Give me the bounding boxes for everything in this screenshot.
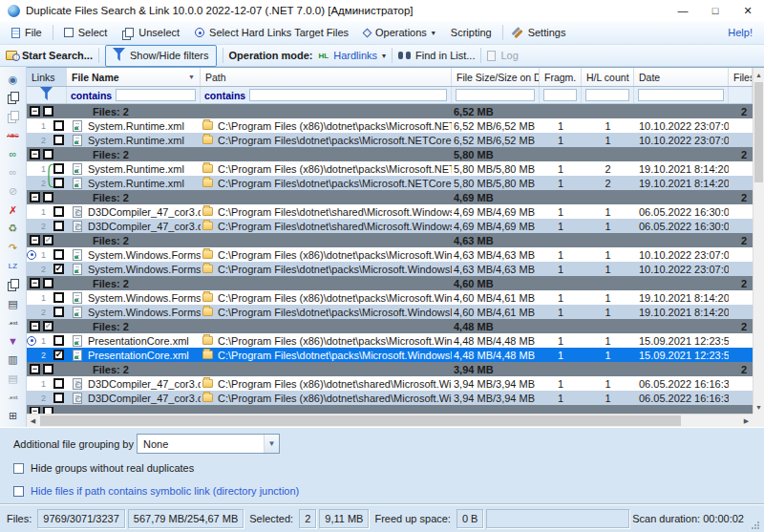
select-copies-icon[interactable] <box>5 91 22 106</box>
file-row[interactable]: 1D3DCompiler_47_cor3.dllC:\Program Files… <box>27 376 753 391</box>
filter-fragm-input[interactable] <box>543 89 577 101</box>
horizontal-scrollbar[interactable]: ◀ ▶ <box>27 414 753 427</box>
menu-scripting[interactable]: Scripting <box>443 25 499 40</box>
file-row[interactable]: 1System.Windows.Forms.xmlC:\Program File… <box>27 290 753 305</box>
column-header-links[interactable]: Links <box>27 68 67 86</box>
collapse-group-button[interactable]: − <box>30 407 40 414</box>
filter-purple-icon[interactable]: ▼ <box>5 333 22 349</box>
file-row[interactable]: 2System.Runtime.xmlC:\Program Files\dotn… <box>27 133 753 147</box>
file-checkbox[interactable] <box>53 120 64 131</box>
make-links-disabled-icon[interactable]: ∞ <box>5 165 22 181</box>
file-checkbox[interactable]: ✔ <box>53 264 64 274</box>
select-copies-disabled-icon[interactable] <box>5 109 22 124</box>
scroll-right-icon[interactable]: ▶ <box>740 415 753 427</box>
column-header-date[interactable]: Date <box>634 68 729 86</box>
group-checkbox[interactable] <box>43 106 53 117</box>
file-checkbox[interactable] <box>53 378 64 389</box>
horizontal-scroll-thumb[interactable] <box>40 415 681 426</box>
vertical-scroll-thumb[interactable] <box>754 82 763 182</box>
break-links-disabled-icon[interactable]: ⊘ <box>5 184 22 200</box>
filter-path-input[interactable] <box>249 89 447 101</box>
scroll-up-icon[interactable]: ▲ <box>753 68 764 81</box>
file-row[interactable]: 2D3DCompiler_47_cor3.dllC:\Program Files… <box>27 391 753 405</box>
group-checkbox[interactable] <box>43 407 53 414</box>
recycle-bin-icon[interactable]: ♻ <box>5 222 22 237</box>
file-checkbox[interactable] <box>53 393 64 403</box>
collapse-group-button[interactable]: − <box>30 192 40 202</box>
file-checkbox[interactable]: ✔ <box>53 350 64 360</box>
menu-select-hard-links-target-files[interactable]: Select Hard Links Target Files <box>187 25 356 40</box>
menu-operations[interactable]: Operations▾ <box>356 25 443 40</box>
group-row[interactable]: − <box>27 405 753 414</box>
collapse-group-button[interactable]: − <box>30 278 40 288</box>
hide-symlink-checkbox[interactable]: Hide files if path contains symbolic lin… <box>13 485 299 497</box>
close-button[interactable]: ✕ <box>732 0 764 21</box>
column-header-fragm[interactable]: Fragm. <box>540 68 582 86</box>
collapse-group-button[interactable]: − <box>30 106 40 117</box>
operation-mode-dropdown[interactable]: HL Hardlinks ▾ <box>319 50 387 61</box>
checkbox-box[interactable] <box>13 486 24 497</box>
file-checkbox[interactable] <box>53 335 64 346</box>
file-checkbox[interactable] <box>53 206 64 217</box>
scroll-left-icon[interactable]: ◀ <box>27 415 39 427</box>
list-columns-icon[interactable]: ▥ <box>5 352 22 368</box>
group-checkbox[interactable] <box>43 364 53 374</box>
file-row[interactable]: 2System.Runtime.xmlC:\Program Files\dotn… <box>27 176 753 190</box>
column-header-file-name[interactable]: File Name▼ <box>67 68 201 86</box>
file-row[interactable]: 1System.Runtime.xmlC:\Program Files (x86… <box>27 118 753 133</box>
mask-select-icon[interactable]: ABC <box>5 128 22 143</box>
file-checkbox[interactable] <box>53 178 64 188</box>
lz-compress-icon[interactable]: LZ <box>5 259 22 274</box>
move-to-folder-icon[interactable]: ↷ <box>5 240 22 255</box>
filter-filename-input[interactable] <box>116 89 196 101</box>
menu-select[interactable]: Select <box>56 25 116 40</box>
view-file-icon[interactable]: ◉ <box>5 72 22 87</box>
file-row[interactable]: 1System.Windows.Forms.xmlC:\Program File… <box>27 247 753 262</box>
collapse-group-button[interactable]: − <box>30 321 40 331</box>
file-checkbox[interactable] <box>53 135 64 145</box>
filter-hl-count-input[interactable] <box>585 89 629 101</box>
group-row[interactable]: −Files: 26,52 MB2 <box>27 104 753 118</box>
collapse-group-button[interactable]: − <box>30 235 40 245</box>
group-row[interactable]: −Files: 24,69 MB2 <box>27 190 753 204</box>
menu-help[interactable]: Help! <box>728 27 760 38</box>
start-search-button[interactable]: Start Search... <box>6 50 93 61</box>
filter-size-input[interactable] <box>456 89 535 101</box>
filter-date-input[interactable] <box>638 89 724 101</box>
file-checkbox[interactable] <box>53 163 64 174</box>
group-row[interactable]: −Files: 25,80 MB2 <box>27 147 753 161</box>
file-checkbox[interactable] <box>53 307 64 317</box>
file-row[interactable]: 2System.Windows.Forms.xmlC:\Program File… <box>27 305 753 319</box>
delete-files-icon[interactable]: ✗ <box>5 202 22 218</box>
group-row[interactable]: −✔Files: 24,63 MB2 <box>27 233 753 247</box>
show-hide-filters-button[interactable]: Show/Hide filters <box>105 45 217 67</box>
make-hardlinks-icon[interactable]: ∞ <box>5 146 22 161</box>
collapse-group-button[interactable]: − <box>30 364 40 374</box>
column-header-file-size-size-on-disk[interactable]: File Size/Size on Disk <box>452 68 540 86</box>
list-report-icon[interactable]: ▤ <box>5 296 22 311</box>
maximize-button[interactable]: □ <box>699 0 732 21</box>
grouping-select[interactable]: None ▼ <box>137 434 280 454</box>
file-row[interactable]: 1System.Runtime.xmlC:\Program Files (x86… <box>27 161 753 176</box>
file-checkbox[interactable] <box>53 249 64 260</box>
group-checkbox[interactable] <box>43 278 53 288</box>
resize-grip[interactable] <box>751 521 760 530</box>
checkbox-box[interactable] <box>13 463 24 474</box>
hide-groups-checkbox[interactable]: Hide groups without real duplicates <box>13 462 194 474</box>
column-header-files[interactable]: Files <box>729 68 753 86</box>
group-checkbox[interactable]: ✔ <box>43 235 53 245</box>
file-row[interactable]: 2D3DCompiler_47_cor3.dllC:\Program Files… <box>27 219 753 233</box>
find-in-list-button[interactable]: Find in List... <box>398 50 475 61</box>
group-row[interactable]: −Files: 23,94 MB2 <box>27 362 753 376</box>
file-checkbox[interactable] <box>53 292 64 303</box>
menu-file[interactable]: File <box>4 25 50 40</box>
group-checkbox[interactable] <box>43 192 53 202</box>
log-button[interactable]: Log <box>487 50 518 61</box>
file-checkbox[interactable] <box>53 221 64 231</box>
extension-report-icon[interactable]: .ext <box>5 390 22 405</box>
file-row[interactable]: 1PresentationCore.xmlC:\Program Files (x… <box>27 333 753 348</box>
combo-chevron-icon[interactable]: ▼ <box>264 435 279 453</box>
collapse-group-button[interactable]: − <box>30 149 40 160</box>
group-checkbox[interactable] <box>43 149 53 160</box>
menu-settings[interactable]: Settings <box>506 25 574 40</box>
